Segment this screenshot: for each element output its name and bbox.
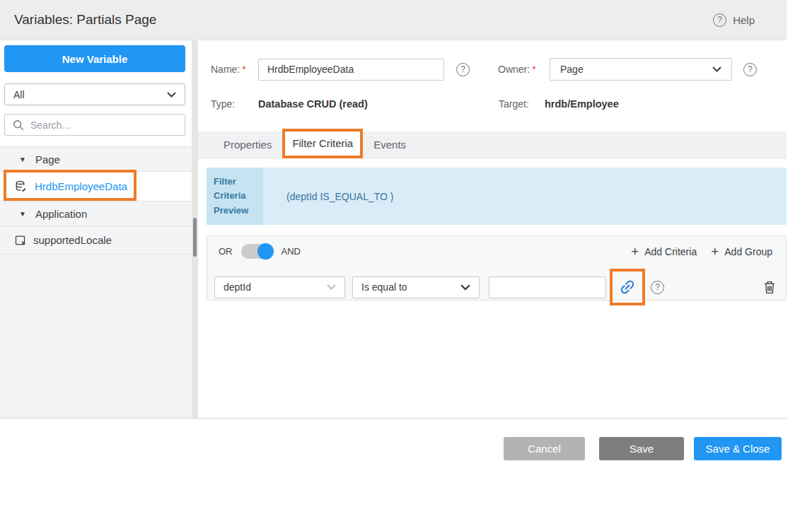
owner-select[interactable]: Page	[550, 58, 732, 81]
owner-help-icon[interactable]: ?	[743, 63, 757, 76]
tab-filter-criteria[interactable]: Filter Criteria	[282, 129, 363, 158]
required-marker: *	[532, 64, 535, 75]
chevron-down-icon	[712, 66, 721, 72]
variables-tree: ▼ Page HrdbEmployeeData	[0, 146, 192, 418]
variable-detail-panel: Name:* ? Owner:* Page ? Type: Database C…	[198, 40, 787, 418]
tree-group-label: Page	[35, 153, 60, 165]
plus-icon: +	[631, 245, 639, 258]
sidebar-controls: New Variable All	[0, 40, 192, 146]
chevron-down-icon	[460, 284, 470, 291]
required-marker: *	[242, 64, 245, 75]
value-input[interactable]	[489, 276, 606, 298]
name-label: Name:*	[211, 64, 258, 75]
help-label: Help	[733, 14, 755, 26]
add-criteria-label: Add Criteria	[644, 246, 697, 257]
target-value: hrdb/Employee	[545, 98, 619, 110]
dialog-header: Variables: Partials Page ? Help	[0, 0, 787, 40]
name-input[interactable]	[258, 59, 444, 81]
dialog-body: New Variable All ▼ Page	[0, 40, 787, 419]
type-target-row: Type: Database CRUD (read) Target: hrdb/…	[211, 98, 787, 110]
delete-criteria-button[interactable]	[764, 281, 775, 294]
owner-select-value: Page	[560, 64, 584, 75]
filter-criteria-preview-expression: (deptId IS_EQUAL_TO )	[263, 168, 787, 225]
variable-search	[4, 114, 185, 136]
help-button[interactable]: ? Help	[713, 13, 755, 27]
caret-down-icon: ▼	[19, 210, 26, 218]
type-value: Database CRUD (read)	[258, 98, 499, 110]
criteria-panel: OR AND + Add Criteria + Add Group	[207, 235, 787, 301]
tree-item-hrdbemployeedata[interactable]: HrdbEmployeeData	[0, 172, 192, 202]
variables-dialog: Variables: Partials Page ? Help New Vari…	[0, 0, 787, 419]
tree-group-label: Application	[35, 208, 87, 220]
criteria-toolbar: OR AND + Add Criteria + Add Group	[219, 244, 772, 259]
tab-events[interactable]: Events	[363, 132, 417, 158]
tree-group-page[interactable]: ▼ Page	[0, 147, 192, 172]
save-button[interactable]: Save	[599, 437, 684, 460]
add-group-label: Add Group	[724, 246, 772, 257]
link-icon	[618, 278, 637, 296]
owner-label: Owner:*	[498, 64, 550, 75]
sidebar-scrollbar[interactable]	[192, 40, 198, 418]
add-criteria-button[interactable]: + Add Criteria	[631, 245, 697, 258]
criteria-row: deptId Is equal to	[214, 269, 775, 305]
or-label: OR	[219, 246, 233, 257]
variable-type-filter-value: All	[13, 89, 25, 100]
cancel-button[interactable]: Cancel	[504, 437, 585, 460]
variable-icon	[15, 235, 26, 246]
tree-item-label: supportedLocale	[33, 234, 112, 246]
filter-criteria-preview-label: Filter Criteria Preview	[207, 168, 263, 225]
type-label: Type:	[211, 98, 258, 110]
criteria-actions: + Add Criteria + Add Group	[631, 245, 772, 258]
trash-icon	[764, 281, 775, 294]
and-label: AND	[282, 246, 301, 257]
target-label: Target:	[499, 98, 545, 110]
search-icon	[13, 120, 24, 131]
caret-down-icon: ▼	[19, 156, 26, 163]
condition-select-value: Is equal to	[361, 281, 407, 293]
name-help-icon[interactable]: ?	[456, 63, 470, 76]
sidebar-scrollbar-thumb[interactable]	[193, 218, 197, 257]
search-input[interactable]	[30, 120, 177, 131]
tab-properties[interactable]: Properties	[213, 132, 282, 158]
new-variable-button[interactable]: New Variable	[4, 45, 185, 72]
plus-icon: +	[711, 245, 719, 258]
bind-link-button[interactable]	[618, 278, 637, 296]
name-owner-row: Name:* ? Owner:* Page ?	[211, 58, 787, 81]
save-and-close-button[interactable]: Save & Close	[694, 437, 782, 460]
tree-group-application[interactable]: ▼ Application	[0, 202, 192, 226]
chevron-down-icon	[167, 92, 176, 98]
field-select[interactable]: deptId	[214, 276, 345, 298]
database-icon	[15, 180, 28, 193]
help-icon: ?	[713, 13, 726, 27]
add-group-button[interactable]: + Add Group	[711, 245, 772, 258]
tree-item-label: HrdbEmployeeData	[35, 180, 127, 192]
chevron-down-icon	[327, 284, 336, 290]
variable-type-filter-select[interactable]: All	[4, 83, 185, 105]
field-select-value: deptId	[224, 281, 251, 293]
tree-item-supportedlocale[interactable]: supportedLocale	[0, 226, 192, 255]
highlight-box-bind-link	[610, 269, 645, 305]
toggle-knob	[257, 243, 274, 260]
filter-criteria-preview: Filter Criteria Preview (deptId IS_EQUAL…	[207, 168, 787, 225]
tab-bar: Properties Filter Criteria Events	[198, 132, 787, 158]
page-title: Variables: Partials Page	[14, 12, 156, 28]
variables-sidebar: New Variable All ▼ Page	[0, 40, 192, 418]
or-and-toggle[interactable]	[241, 244, 273, 259]
value-help-icon[interactable]: ?	[651, 281, 664, 294]
condition-select[interactable]: Is equal to	[352, 276, 480, 298]
dialog-footer: Cancel Save Save & Close	[0, 419, 787, 460]
